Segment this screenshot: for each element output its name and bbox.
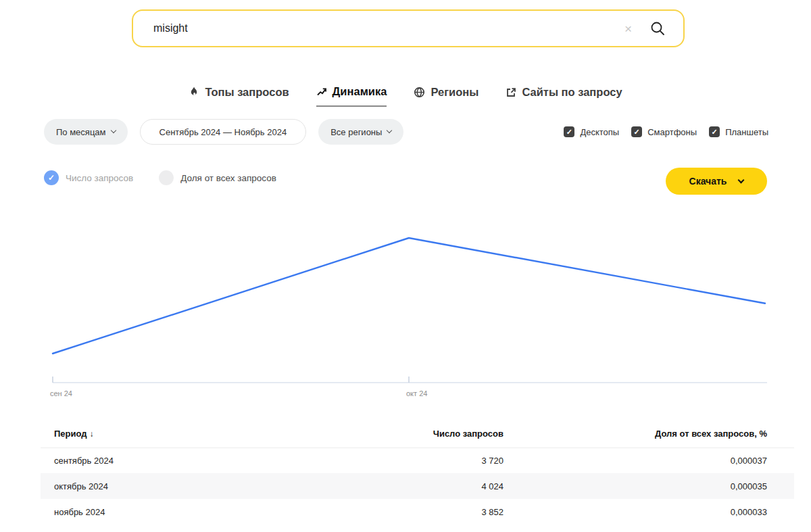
checkbox-smartphones[interactable]: ✓ Смартфоны bbox=[631, 126, 697, 137]
radio-unchecked-icon bbox=[159, 170, 174, 185]
table-body: сентябрь 20243 7200,000037октябрь 20244 … bbox=[41, 448, 794, 525]
grouping-label: По месяцам bbox=[56, 127, 106, 137]
globe-icon bbox=[414, 87, 425, 98]
table-cell: 4 024 bbox=[305, 473, 503, 499]
header-query-count[interactable]: Число запросов bbox=[305, 420, 503, 448]
tabs-row: Топы запросов Динамика Регионы bbox=[0, 85, 811, 107]
tab-dynamics[interactable]: Динамика bbox=[316, 85, 387, 107]
checkbox-label: Планшеты bbox=[725, 127, 768, 137]
tab-label: Регионы bbox=[431, 86, 478, 99]
table-cell: 0,000035 bbox=[503, 473, 794, 499]
table-row[interactable]: ноябрь 20243 8520,000033 bbox=[41, 499, 794, 525]
search-input[interactable]: misight bbox=[153, 22, 624, 34]
search-icon[interactable] bbox=[649, 20, 666, 37]
device-filters: ✓ Десктопы ✓ Смартфоны ✓ Планшеты bbox=[564, 119, 768, 145]
checkbox-desktops[interactable]: ✓ Десктопы bbox=[564, 126, 619, 137]
metric-option-label: Число запросов bbox=[66, 173, 133, 183]
chevron-down-icon bbox=[738, 176, 745, 183]
filters-row: По месяцам Сентябрь 2024 — Ноябрь 2024 В… bbox=[44, 119, 403, 145]
query-stats-table: Период↓ Число запросов Доля от всех запр… bbox=[41, 420, 794, 525]
x-tick-label: окт 24 bbox=[406, 389, 427, 397]
checkbox-tablets[interactable]: ✓ Планшеты bbox=[709, 126, 768, 137]
table-header-row: Период↓ Число запросов Доля от всех запр… bbox=[41, 420, 794, 448]
metric-option-share[interactable]: Доля от всех запросов bbox=[159, 170, 276, 185]
tab-sites-by-query[interactable]: Сайты по запросу bbox=[506, 85, 622, 107]
tab-top-queries[interactable]: Топы запросов bbox=[189, 85, 289, 107]
checkbox-checked-icon: ✓ bbox=[709, 126, 720, 137]
search-bar[interactable]: misight × bbox=[132, 9, 685, 47]
tab-regions[interactable]: Регионы bbox=[414, 85, 478, 107]
header-share[interactable]: Доля от всех запросов, % bbox=[503, 420, 794, 448]
tab-label: Динамика bbox=[333, 85, 387, 98]
table-cell: сентябрь 2024 bbox=[41, 448, 305, 473]
checkbox-checked-icon: ✓ bbox=[564, 126, 574, 137]
clear-icon[interactable]: × bbox=[624, 22, 632, 35]
regions-label: Все регионы bbox=[330, 127, 382, 137]
table-cell: октябрь 2024 bbox=[41, 473, 305, 499]
checkbox-label: Десктопы bbox=[580, 127, 619, 137]
table-cell: ноябрь 2024 bbox=[41, 499, 305, 525]
tab-label: Топы запросов bbox=[205, 86, 289, 99]
metric-option-count[interactable]: ✓ Число запросов bbox=[44, 170, 133, 185]
table-cell: 3 852 bbox=[305, 499, 503, 525]
line-series bbox=[53, 238, 765, 354]
metric-option-label: Доля от всех запросов bbox=[180, 173, 276, 183]
header-period[interactable]: Период↓ bbox=[41, 420, 305, 448]
regions-dropdown[interactable]: Все регионы bbox=[318, 119, 403, 145]
tab-label: Сайты по запросу bbox=[522, 86, 622, 99]
chevron-down-icon bbox=[110, 128, 116, 133]
table-cell: 0,000033 bbox=[503, 499, 794, 525]
radio-checked-icon: ✓ bbox=[44, 170, 59, 185]
flame-icon bbox=[189, 87, 199, 98]
download-button[interactable]: Скачать bbox=[666, 168, 767, 195]
date-range-label: Сентябрь 2024 — Ноябрь 2024 bbox=[159, 127, 287, 137]
metric-toggle: ✓ Число запросов Доля от всех запросов bbox=[44, 170, 276, 185]
x-tick-label: сен 24 bbox=[50, 389, 72, 397]
chevron-down-icon bbox=[387, 128, 392, 133]
table-cell: 0,000037 bbox=[503, 448, 794, 473]
table-row[interactable]: октябрь 20244 0240,000035 bbox=[41, 473, 794, 499]
download-label: Скачать bbox=[689, 176, 727, 187]
table-row[interactable]: сентябрь 20243 7200,000037 bbox=[41, 448, 794, 473]
date-range-picker[interactable]: Сентябрь 2024 — Ноябрь 2024 bbox=[140, 119, 307, 145]
table-cell: 3 720 bbox=[305, 448, 503, 473]
external-link-icon bbox=[506, 87, 516, 98]
grouping-dropdown[interactable]: По месяцам bbox=[44, 119, 128, 145]
checkbox-checked-icon: ✓ bbox=[631, 126, 642, 137]
dynamics-chart[interactable]: сен 24 окт 24 bbox=[0, 223, 811, 399]
sort-icon: ↓ bbox=[90, 429, 94, 439]
trend-icon bbox=[316, 87, 327, 97]
checkbox-label: Смартфоны bbox=[647, 127, 697, 137]
chart-canvas bbox=[0, 223, 811, 389]
